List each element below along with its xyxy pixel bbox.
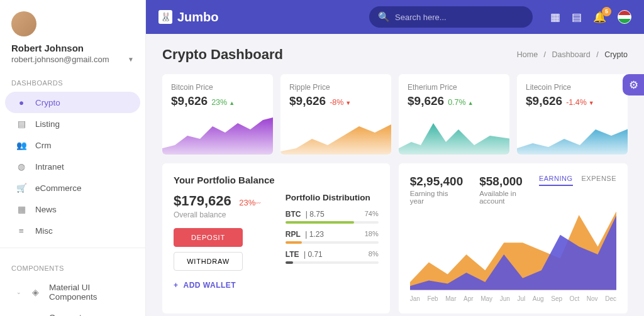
article-icon: ▦ xyxy=(16,204,26,214)
available-amount: $58,000 xyxy=(479,175,523,188)
month-label: Jul xyxy=(517,295,525,302)
sidebar-item-intranet[interactable]: ◍Intranet xyxy=(5,156,140,177)
sparkline xyxy=(517,117,628,155)
cart-icon: 🛒 xyxy=(16,183,26,193)
price-value: $9,626 xyxy=(289,94,326,108)
price-delta: -8%▼ xyxy=(330,98,351,107)
dist-item-rpl: RPL | 1.2318% xyxy=(286,230,379,244)
earnings-tabs: EARNING EXPENSE xyxy=(539,175,616,186)
locale-flag[interactable] xyxy=(618,10,631,24)
plus-icon: + xyxy=(174,281,179,290)
price-card-bitcoin[interactable]: Bitcoin Price$9,62623%▲ xyxy=(162,74,273,155)
month-label: Nov xyxy=(587,295,598,302)
month-label: Sep xyxy=(551,295,562,302)
page-title: Crypto Dashboard xyxy=(162,46,283,63)
withdraw-button[interactable]: WITHDRAW xyxy=(174,252,243,271)
chevron-down-icon: ▼ xyxy=(128,56,134,63)
sidebar-item-crypto[interactable]: ●Crypto xyxy=(5,92,140,113)
month-label: Mar xyxy=(445,295,456,302)
notification-badge: 5 xyxy=(602,7,611,16)
price-delta: 23%▲ xyxy=(211,98,235,107)
breadcrumb-current: Crypto xyxy=(604,50,628,59)
price-delta: 0.7%▲ xyxy=(448,98,473,107)
add-wallet-button[interactable]: + ADD WALLET xyxy=(174,281,267,290)
profile-block: Robert Johnson robert.johnson@gmail.com … xyxy=(0,0,145,69)
list-icon: ▤ xyxy=(16,119,26,129)
portfolio-balance: $179,626 xyxy=(174,193,231,209)
sidebar-item-material-ui-components[interactable]: ⌄◈Material UI Components xyxy=(5,277,140,307)
dist-item-btc: BTC | 8.7574% xyxy=(286,210,379,224)
deposit-button[interactable]: DEPOSIT xyxy=(174,228,243,247)
settings-fab[interactable]: ⚙ xyxy=(623,74,644,95)
price-value: $9,626 xyxy=(408,94,444,108)
search-input[interactable] xyxy=(395,13,524,22)
price-delta: -1.4%▼ xyxy=(566,98,594,107)
month-label: Feb xyxy=(427,295,438,302)
username: Robert Johnson xyxy=(11,43,134,53)
chevron-down-icon: ⌄ xyxy=(16,289,21,295)
distribution-title: Portfolio Distribution xyxy=(286,193,379,202)
content: Crypto Dashboard Home / Dashboard / Cryp… xyxy=(146,34,644,316)
tab-expense[interactable]: EXPENSE xyxy=(582,175,616,186)
dist-item-lte: LTE | 0.718% xyxy=(286,250,379,264)
breadcrumb: Home / Dashboard / Crypto xyxy=(517,50,628,59)
month-label: Jun xyxy=(500,295,510,302)
month-label: Dec xyxy=(605,295,616,302)
user-email: robert.johnson@gmail.com xyxy=(11,55,109,64)
sidebar-item-news[interactable]: ▦News xyxy=(5,199,140,220)
price-value: $9,626 xyxy=(526,94,562,108)
month-label: May xyxy=(480,295,492,302)
sidebar-section-components: COMPONENTS xyxy=(0,254,145,277)
avatar[interactable] xyxy=(11,11,36,36)
search-icon: 🔍 xyxy=(378,11,390,23)
email-dropdown[interactable]: robert.johnson@gmail.com ▼ xyxy=(11,55,134,64)
sparkline xyxy=(399,117,509,155)
gear-icon: ⚙ xyxy=(629,79,638,92)
price-card-litecoin[interactable]: Litecoin Price$9,626-1.4%▼ xyxy=(517,74,628,155)
users-icon: 👥 xyxy=(16,140,26,150)
header: 🐰 Jumbo 🔍 ▦ ▤ 🔔5 xyxy=(146,0,644,34)
bell-icon[interactable]: 🔔5 xyxy=(593,11,606,24)
sidebar-item-ecommerce[interactable]: 🛒eCommerce xyxy=(5,177,140,199)
tab-earning[interactable]: EARNING xyxy=(539,175,573,186)
available-sub: Available in account xyxy=(479,190,523,205)
divider xyxy=(0,248,145,248)
apps-icon[interactable]: ▦ xyxy=(550,11,560,24)
sidebar-section-dashboards: DASHBOARDS xyxy=(0,69,145,92)
logo-icon: 🐰 xyxy=(158,10,172,24)
trend-icon: ▲ xyxy=(229,100,235,106)
portfolio-delta: 23%〰 xyxy=(239,198,261,207)
sidebar-item-misc[interactable]: ≡Misc xyxy=(5,220,140,241)
logo[interactable]: 🐰 Jumbo xyxy=(158,10,219,25)
sidebar-item-listing[interactable]: ▤Listing xyxy=(5,113,140,134)
price-card-name: Ripple Price xyxy=(289,83,382,92)
price-card-ripple[interactable]: Ripple Price$9,626-8%▼ xyxy=(280,74,391,155)
month-label: Oct xyxy=(570,295,580,302)
price-card-name: Bitcoin Price xyxy=(171,83,264,92)
sidebar-item-coremat-components[interactable]: ⌄◈Coremat Components xyxy=(5,307,140,316)
earning-amount: $2,95,400 xyxy=(410,175,464,188)
main: 🐰 Jumbo 🔍 ▦ ▤ 🔔5 Crypto Dashboard Home /… xyxy=(146,0,644,316)
portfolio-sub: Overall balance xyxy=(174,210,267,219)
search-bar[interactable]: 🔍 xyxy=(369,6,533,28)
price-card-etherium[interactable]: Etherium Price$9,6260.7%▲ xyxy=(399,74,509,155)
trend-icon: ▼ xyxy=(589,100,594,106)
sidebar: Robert Johnson robert.johnson@gmail.com … xyxy=(0,0,146,316)
portfolio-panel: Your Portfolio Balance $179,626 23%〰 Ove… xyxy=(162,163,390,313)
earnings-panel: $2,95,400 Earning this year $58,000 Avai… xyxy=(399,163,628,313)
sparkline xyxy=(162,117,273,155)
portfolio-title: Your Portfolio Balance xyxy=(174,175,379,185)
earnings-chart xyxy=(410,211,616,293)
dollar-icon: ● xyxy=(16,97,26,107)
chat-icon[interactable]: ▤ xyxy=(572,11,582,24)
sparkline xyxy=(280,117,391,155)
breadcrumb-dashboard[interactable]: Dashboard xyxy=(552,50,591,59)
breadcrumb-home[interactable]: Home xyxy=(517,50,538,59)
month-label: Jan xyxy=(410,295,420,302)
trend-icon: ▲ xyxy=(468,100,474,106)
month-label: Aug xyxy=(533,295,544,302)
month-label: Apr xyxy=(464,295,474,302)
price-card-name: Litecoin Price xyxy=(526,83,619,92)
chart-months: JanFebMarAprMayJunJulAugSepOctNovDec xyxy=(410,295,616,302)
sidebar-item-crm[interactable]: 👥Crm xyxy=(5,134,140,156)
